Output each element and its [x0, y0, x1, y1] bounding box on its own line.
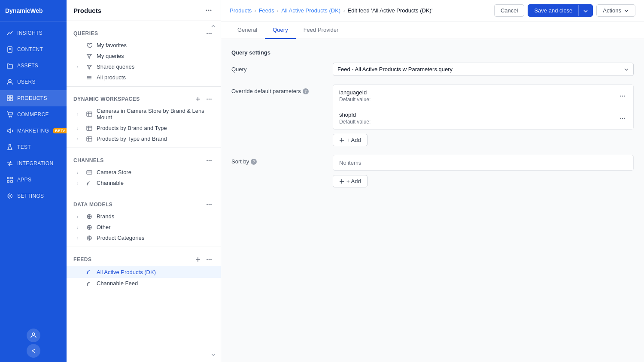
sidebar-item-products[interactable]: PRODUCTS — [0, 90, 67, 106]
chevron-right-icon: › — [77, 112, 83, 117]
save-button[interactable]: Save and close — [528, 5, 579, 16]
svg-rect-5 — [10, 96, 12, 98]
list-item-my-favorites[interactable]: My favorites — [67, 40, 221, 51]
globe2-icon — [86, 224, 93, 230]
sidebar-item-marketing[interactable]: MARKETING BETA — [0, 123, 67, 139]
megaphone-icon — [6, 127, 14, 135]
breadcrumb-feeds[interactable]: Feeds — [259, 7, 274, 14]
left-panel-header: Products — [67, 0, 221, 21]
grid-icon — [6, 94, 14, 102]
tab-general[interactable]: General — [230, 21, 265, 39]
dynamic-workspaces-menu-button[interactable] — [204, 95, 214, 103]
list-item-label: Shared queries — [97, 63, 214, 70]
list-item-brands[interactable]: › Brands — [67, 211, 221, 222]
scroll-down-button[interactable] — [210, 351, 216, 358]
override-control: languageId Default value: shopId Default… — [333, 84, 634, 146]
add-param-button[interactable]: + Add — [333, 134, 368, 146]
chevron-right-icon: › — [77, 64, 83, 69]
left-panel-content: Queries My favorites My queries › — [67, 21, 221, 362]
save-dropdown-button[interactable] — [579, 5, 592, 16]
tab-query[interactable]: Query — [265, 21, 295, 39]
channels-menu-button[interactable] — [204, 157, 214, 164]
list-item-my-queries[interactable]: My queries — [67, 51, 221, 61]
beta-badge: BETA — [53, 128, 67, 133]
query-select[interactable]: Feed - All Active Products w Parameters.… — [333, 63, 634, 76]
table-icon — [86, 111, 93, 117]
svg-point-52 — [87, 273, 88, 274]
override-help-icon[interactable]: ? — [303, 88, 309, 94]
param-menu-button[interactable] — [618, 115, 627, 122]
list-item-products-brand-type[interactable]: › Products by Brand and Type — [67, 123, 221, 133]
list-item-products-type-brand[interactable]: › Products by Type and Brand — [67, 133, 221, 144]
svg-point-43 — [207, 204, 208, 205]
filter-icon — [86, 53, 93, 59]
list-item-label: Products by Type and Brand — [97, 136, 214, 142]
override-params-row: Override default parameters ? languageId… — [231, 84, 634, 146]
cancel-button[interactable]: Cancel — [494, 4, 524, 17]
chevron-right-icon: › — [77, 170, 83, 175]
svg-point-27 — [210, 99, 212, 100]
dynamic-workspaces-add-button[interactable] — [193, 95, 203, 103]
feed-icon — [86, 180, 93, 186]
svg-point-8 — [9, 116, 10, 117]
param-name: languageId — [339, 89, 371, 96]
add-sort-button[interactable]: + Add — [333, 175, 368, 187]
list-item-shared-queries[interactable]: › Shared queries — [67, 61, 221, 72]
breadcrumb-sep1: › — [254, 7, 256, 14]
sidebar-item-test[interactable]: TEST — [0, 139, 67, 155]
list-item-all-products[interactable]: All products — [67, 72, 221, 83]
param-default: Default value: — [339, 97, 371, 103]
back-button[interactable] — [27, 344, 40, 358]
main-content: Products › Feeds › All Active Products (… — [221, 0, 644, 362]
sidebar-item-integration[interactable]: INTEGRATION — [0, 155, 67, 172]
breadcrumb-all-active[interactable]: All Active Products (DK) — [281, 7, 340, 14]
sidebar-item-insights[interactable]: INSIGHTS — [0, 25, 67, 41]
data-models-title: Data models — [73, 202, 112, 208]
sidebar-item-content[interactable]: CONTENT — [0, 41, 67, 57]
sidebar-bottom — [27, 324, 40, 362]
scroll-up-button[interactable] — [210, 22, 216, 29]
param-menu-button[interactable] — [618, 92, 627, 100]
sidebar-item-apps[interactable]: APPS — [0, 172, 67, 188]
query-settings-label: Query settings — [231, 49, 634, 56]
sidebar-item-settings[interactable]: SETTINGS — [0, 188, 67, 204]
chevron-right-icon: › — [77, 235, 83, 241]
list-item-label: Products by Brand and Type — [97, 125, 214, 131]
list-item-other[interactable]: › Other — [67, 222, 221, 232]
override-label: Override default parameters ? — [231, 84, 326, 94]
sort-help-icon[interactable]: ? — [251, 159, 257, 165]
svg-point-58 — [622, 95, 623, 97]
list-item-label: My queries — [97, 53, 214, 59]
feeds-add-button[interactable] — [193, 256, 203, 263]
svg-rect-12 — [7, 181, 9, 182]
table2-icon — [86, 125, 93, 131]
svg-point-20 — [209, 33, 210, 34]
svg-point-57 — [620, 95, 621, 97]
user-profile-button[interactable] — [27, 329, 40, 342]
list-item-product-categories[interactable]: › Product Categories — [67, 232, 221, 243]
list-item-channable-feed[interactable]: Channable Feed — [67, 278, 221, 289]
list-item-all-active-products-dk[interactable]: All Active Products (DK) — [67, 266, 221, 278]
folder-icon — [6, 62, 14, 69]
svg-point-60 — [620, 118, 621, 119]
list-item-cameras[interactable]: › Cameras in Camera Store by Brand & Len… — [67, 106, 221, 123]
topbar-actions: Cancel Save and close Actions — [494, 4, 635, 17]
breadcrumb-products[interactable]: Products — [230, 7, 252, 14]
divider — [67, 148, 221, 148]
svg-point-25 — [207, 99, 208, 100]
svg-point-54 — [209, 272, 210, 273]
actions-button[interactable]: Actions — [596, 4, 635, 17]
list-item-channable[interactable]: › Channable — [67, 178, 221, 188]
tab-feed-provider[interactable]: Feed Provider — [296, 21, 346, 39]
svg-point-9 — [11, 116, 12, 117]
sidebar-item-users[interactable]: USERS — [0, 74, 67, 90]
list-item-camera-store[interactable]: › Camera Store — [67, 167, 221, 178]
panel-menu-button[interactable] — [204, 6, 214, 15]
data-models-menu-button[interactable] — [204, 201, 214, 208]
sidebar-item-commerce[interactable]: COMMERCE — [0, 106, 67, 123]
sidebar-item-assets[interactable]: ASSETS — [0, 57, 67, 74]
divider — [67, 192, 221, 192]
arrows-icon — [6, 160, 14, 167]
queries-menu-button[interactable] — [204, 30, 214, 37]
feeds-menu-button[interactable] — [204, 256, 214, 263]
